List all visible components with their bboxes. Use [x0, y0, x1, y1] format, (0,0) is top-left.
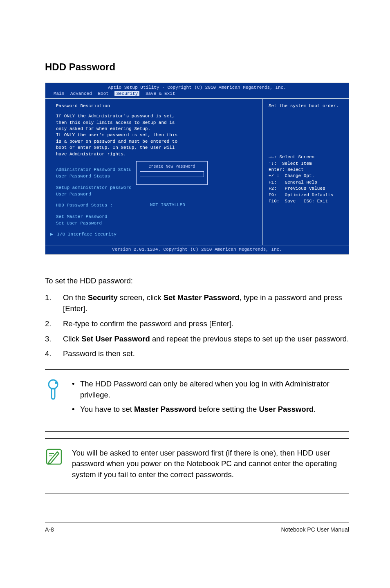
step-1: On the Security screen, click Set Master…: [45, 292, 349, 314]
bios-footer: Version 2.01.1204. Copyright (C) 2010 Am…: [45, 245, 349, 254]
bios-hdd-status-label: HDD Password Status :: [56, 202, 150, 209]
svg-point-0: [49, 380, 58, 389]
bios-help-line: Enter: Select: [269, 167, 345, 173]
bios-user-pw: User Password: [56, 191, 258, 197]
bios-popup-title: Create New Password: [139, 164, 205, 170]
divider: [45, 369, 349, 370]
footer-page-number: A-8: [45, 526, 54, 533]
bios-help-keys: →←: Select Screen ↑↓: Select Item Enter:…: [269, 154, 345, 204]
bios-popup-input: [140, 171, 204, 177]
page-title: HDD Password: [45, 61, 349, 73]
bold: Set Master Password: [164, 293, 240, 302]
svg-point-1: [55, 382, 57, 384]
bios-right-desc: Set the system boot order.: [269, 103, 345, 109]
bios-menu: Main Advanced Boot Security Save & Exit: [45, 91, 349, 98]
page-footer: A-8 Notebook PC User Manual: [45, 523, 349, 533]
text: Click: [63, 334, 81, 343]
note-callout: You will be asked to enter user password…: [45, 444, 349, 486]
bios-io-security-label: I/O Interface Security: [57, 232, 117, 237]
text: .: [314, 405, 316, 413]
bios-set-user-pw: Set User Password: [56, 220, 258, 227]
step-3: Click Set User Password and repeat the p…: [45, 334, 349, 345]
note-body: You will be asked to enter user password…: [72, 448, 349, 480]
steps-list: On the Security screen, click Set Master…: [45, 292, 349, 359]
step-4: Password is then set.: [45, 348, 349, 359]
tip-item-1: The HDD Password can only be altered whe…: [72, 379, 349, 401]
bold: Security: [88, 293, 118, 302]
triangle-icon: ▶: [50, 231, 54, 238]
bios-io-security: ▶ I/O Interface Security: [50, 231, 258, 238]
bios-left-pane: Password Description If ONLY the Adminis…: [45, 99, 263, 245]
bios-help-line: F10: Save ESC: Exit: [269, 198, 345, 204]
text: before setting the: [196, 405, 259, 413]
bold: Master Password: [134, 405, 196, 413]
divider: [45, 431, 349, 432]
bios-header: Aptio Setup Utility - Copyright (C) 2010…: [45, 83, 349, 91]
bios-set-master-pw: Set Master Password: [56, 214, 258, 220]
tip-body: The HDD Password can only be altered whe…: [72, 379, 349, 418]
bios-tab-main: Main: [54, 91, 64, 96]
bios-description: If ONLY the Administrator's password is …: [56, 113, 258, 157]
bios-tab-security: Security: [114, 91, 139, 96]
text: screen, click: [118, 293, 164, 302]
bios-help-line: ↑↓: Select Item: [269, 161, 345, 167]
bios-screenshot: Aptio Setup Utility - Copyright (C) 2010…: [45, 83, 349, 255]
step-2: Re-type to confirm the password and pres…: [45, 319, 349, 330]
bios-body: Password Description If ONLY the Adminis…: [45, 99, 349, 245]
bios-help-line: +/—: Change Opt.: [269, 173, 345, 179]
tip-callout: The HDD Password can only be altered whe…: [45, 375, 349, 424]
bios-section-title: Password Description: [56, 103, 258, 109]
text: You have to set: [80, 405, 134, 413]
tip-item-2: You have to set Master Password before s…: [72, 404, 349, 415]
bios-setup-admin-pw: Setup administrator password: [56, 185, 258, 191]
bios-help-line: F1: General Help: [269, 180, 345, 186]
bios-right-pane: Set the system boot order. →←: Select Sc…: [263, 99, 349, 245]
bios-hdd-status-value: NOT INSTALLED: [150, 202, 185, 209]
bios-help-line: F9: Optimized Defaults: [269, 192, 345, 198]
text: and repeat the previous steps to set up …: [150, 334, 349, 343]
footer-manual-title: Notebook PC User Manual: [281, 526, 349, 533]
divider: [45, 494, 349, 494]
bios-tab-advanced: Advanced: [70, 91, 92, 96]
bios-help-line: F2: Previous Values: [269, 186, 345, 192]
note-icon: [45, 448, 64, 466]
bios-popup: Create New Password: [136, 161, 208, 185]
text: On the: [63, 293, 88, 302]
bold: User Password: [259, 405, 314, 413]
bios-tab-save: Save & Exit: [146, 91, 175, 96]
bios-help-line: →←: Select Screen: [269, 154, 345, 160]
bios-tab-boot: Boot: [98, 91, 108, 96]
intro-text: To set the HDD password:: [45, 275, 349, 287]
divider: [45, 438, 349, 439]
tip-icon: [45, 379, 64, 401]
bold: Set User Password: [81, 334, 150, 343]
